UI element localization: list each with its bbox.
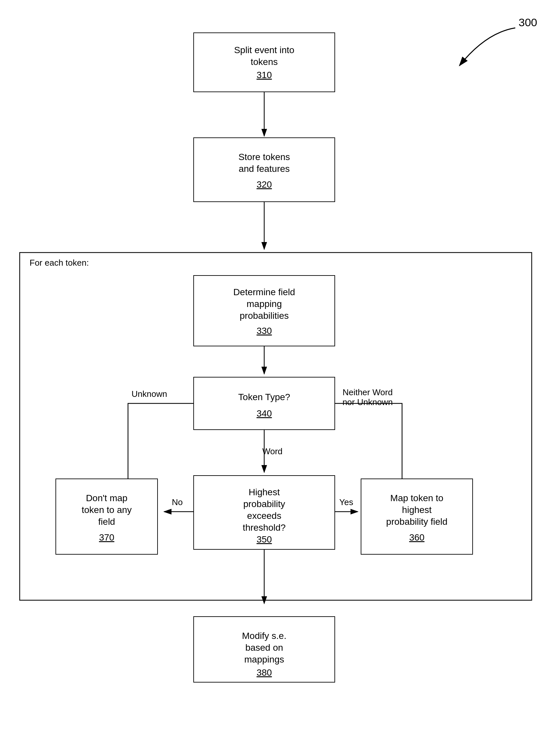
box-350-label3: exceeds — [247, 511, 281, 521]
flowchart-diagram: 300 Split event into tokens 310 Store to… — [0, 0, 555, 756]
neither-label: Neither Word — [343, 387, 393, 397]
box-380-id: 380 — [257, 667, 272, 677]
for-each-label: For each token: — [30, 258, 89, 268]
diagram-number: 300 — [519, 16, 537, 29]
box-360-label2: highest — [402, 505, 432, 515]
box-320-label: Store tokens — [238, 152, 290, 162]
box-370-id: 370 — [99, 532, 115, 542]
box-350-label2: probability — [243, 499, 285, 509]
box-340-label: Token Type? — [238, 392, 290, 402]
box-380-label2: based on — [245, 643, 283, 653]
box-350-label4: threshold? — [243, 522, 286, 533]
box-380-label3: mappings — [244, 654, 284, 664]
unknown-label: Unknown — [132, 389, 167, 399]
box-310-id: 310 — [257, 70, 272, 80]
box-360-label3: probability field — [386, 517, 448, 527]
box-360-id: 360 — [409, 532, 425, 542]
box-330-id: 330 — [257, 326, 272, 336]
yes-label: Yes — [339, 497, 353, 507]
box-360-label: Map token to — [390, 493, 443, 503]
box-320-id: 320 — [257, 179, 272, 190]
box-380-label: Modify s.e. — [242, 631, 286, 641]
box-330-label: Determine field — [233, 287, 295, 297]
box-350-id: 350 — [257, 534, 272, 545]
word-label: Word — [262, 446, 283, 456]
box-340 — [194, 377, 335, 430]
no-label: No — [172, 497, 182, 507]
box-310-label: Split event into — [234, 45, 294, 55]
box-310-label2: tokens — [251, 57, 278, 67]
box-330-label3: probabilities — [240, 311, 289, 321]
box-320-label2: and features — [239, 164, 290, 174]
box-350-label: Highest — [249, 487, 280, 497]
neither-label2: nor Unknown — [342, 397, 392, 407]
box-340-id: 340 — [257, 408, 272, 419]
box-330-label2: mapping — [247, 299, 282, 309]
box-370-label3: field — [98, 517, 115, 527]
box-370-label: Don't map — [86, 493, 128, 503]
box-370-label2: token to any — [82, 505, 132, 515]
